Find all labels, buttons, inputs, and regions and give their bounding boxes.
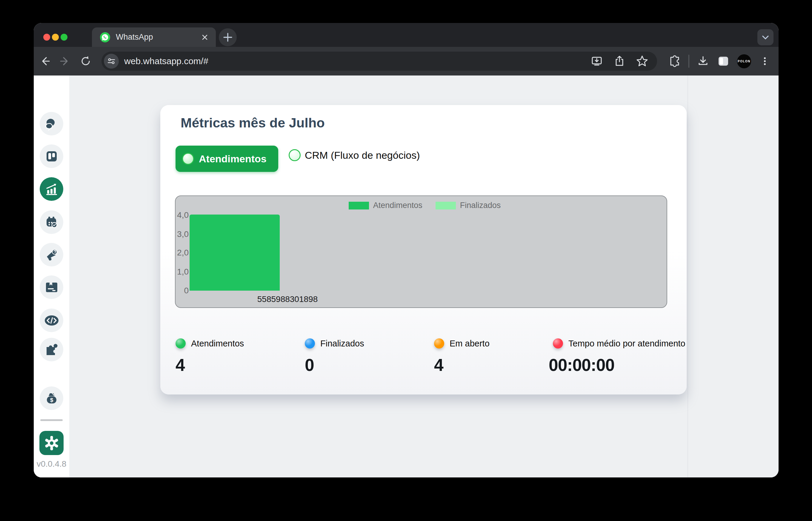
new-tab-button[interactable] <box>219 28 237 46</box>
stat-atendimentos: Atendimentos 4 <box>176 338 244 375</box>
forward-button[interactable] <box>58 54 72 68</box>
stat-value: 0 <box>305 355 364 375</box>
sidebar-item-products[interactable] <box>40 275 63 299</box>
back-button[interactable] <box>38 54 52 68</box>
package-box-icon <box>45 281 58 294</box>
code-icon <box>44 315 59 326</box>
bar-atendimentos[interactable] <box>190 214 280 291</box>
legend-label-atendimentos: Atendimentos <box>373 201 422 210</box>
stat-value: 4 <box>434 355 489 375</box>
sidebar-item-kanban[interactable] <box>40 144 63 168</box>
address-bar[interactable]: web.whatsapp.com/# <box>102 52 657 71</box>
stat-label: Atendimentos <box>191 339 244 348</box>
growth-chart-icon <box>45 182 59 196</box>
bar-chart: Atendimentos Finalizados 4,0 3,0 2,0 1,0… <box>175 196 667 308</box>
chart-legend: Atendimentos Finalizados <box>179 201 670 210</box>
install-app-icon <box>591 55 603 67</box>
extension-sidebar: $ <box>34 75 69 477</box>
stat-label: Tempo médio por atendimento <box>568 339 685 348</box>
chat-bubbles-icon <box>45 117 59 131</box>
sidebar-item-campaigns[interactable] <box>40 243 63 267</box>
atendimentos-toggle-button[interactable]: Atendimentos <box>176 145 278 172</box>
sidebar-item-contacts[interactable] <box>40 338 63 361</box>
tab-whatsapp[interactable]: WhatsApp <box>92 27 216 47</box>
zoom-window-button[interactable] <box>61 34 67 41</box>
tab-strip: WhatsApp <box>34 23 778 47</box>
puzzle-people-icon <box>45 343 59 357</box>
radio-selected-icon <box>182 153 194 165</box>
sidebar-item-settings[interactable] <box>39 431 64 455</box>
stat-dot-red <box>553 338 563 348</box>
stat-label: Finalizados <box>320 339 364 348</box>
stat-value: 4 <box>176 355 244 375</box>
stat-dot-blue <box>305 338 315 348</box>
browser-toolbar: web.whatsapp.com/# <box>34 47 778 75</box>
money-bag-icon: $ <box>45 391 59 405</box>
url-text[interactable]: web.whatsapp.com/# <box>124 56 590 66</box>
toolbar-divider <box>688 54 689 68</box>
page-content: $ <box>34 75 778 477</box>
close-tab-icon[interactable] <box>200 32 210 42</box>
stat-em-aberto: Em aberto 4 <box>434 338 489 375</box>
stat-value: 00:00:00 <box>549 355 685 375</box>
profile-avatar[interactable]: POLON <box>737 54 751 68</box>
crm-toggle-label: CRM (Fluxo de negócios) <box>305 150 420 161</box>
forward-arrow-icon <box>59 55 71 67</box>
site-settings-button[interactable] <box>104 54 119 69</box>
y-tick-4: 4,0 <box>176 211 189 219</box>
stat-dot-green <box>176 338 186 348</box>
sidebar-item-metrics[interactable] <box>40 177 63 201</box>
download-icon <box>697 55 709 67</box>
calendar-check-icon <box>45 216 59 229</box>
legend-label-finalizados: Finalizados <box>460 201 501 210</box>
sidebar-divider <box>40 419 63 421</box>
close-window-button[interactable] <box>43 34 50 41</box>
share-button[interactable] <box>613 54 626 68</box>
kanban-board-icon <box>45 150 58 163</box>
chevron-down-icon <box>761 33 770 42</box>
stat-finalizados: Finalizados 0 <box>305 338 364 375</box>
scroll-divider <box>687 75 688 477</box>
y-tick-2: 2,0 <box>176 249 189 257</box>
side-panel-icon <box>717 55 730 67</box>
stat-tempo-medio: Tempo médio por atendimento 00:00:00 <box>549 338 685 375</box>
crm-toggle-option[interactable]: CRM (Fluxo de negócios) <box>289 149 420 161</box>
legend-swatch-finalizados <box>436 202 456 209</box>
whatsapp-favicon-icon <box>100 32 110 43</box>
sidebar-item-developer[interactable] <box>40 309 63 332</box>
downloads-button[interactable] <box>697 54 709 68</box>
bookmark-star-icon <box>636 55 649 67</box>
sidebar-item-schedule[interactable] <box>40 210 63 234</box>
site-settings-icon <box>107 57 116 66</box>
browser-window: WhatsApp <box>34 23 778 477</box>
legend-entry-atendimentos: Atendimentos <box>349 201 422 210</box>
reload-button[interactable] <box>79 54 93 68</box>
extension-version: v0.0.4.8 <box>34 459 69 469</box>
install-app-button[interactable] <box>590 54 603 68</box>
extensions-button[interactable] <box>668 54 681 68</box>
y-tick-0: 0 <box>176 287 189 295</box>
sidebar-item-chats[interactable] <box>40 112 63 135</box>
legend-entry-finalizados: Finalizados <box>436 201 501 210</box>
metrics-card: Métricas mês de Julho Atendimentos CRM (… <box>160 105 687 394</box>
sidebar-item-billing[interactable]: $ <box>40 386 63 410</box>
settings-gear-icon <box>44 435 60 451</box>
bookmark-button[interactable] <box>636 54 649 68</box>
tab-search-button[interactable] <box>758 29 773 45</box>
minimize-window-button[interactable] <box>52 34 59 41</box>
browser-menu-button[interactable] <box>758 54 771 68</box>
radio-unselected-icon <box>289 149 301 161</box>
tab-title: WhatsApp <box>116 32 200 42</box>
side-panel-button[interactable] <box>717 54 730 68</box>
reload-icon <box>80 55 92 67</box>
svg-text:$: $ <box>50 397 53 403</box>
legend-swatch-atendimentos <box>349 202 369 209</box>
extensions-puzzle-icon <box>668 55 681 67</box>
back-arrow-icon <box>39 55 51 67</box>
main-area: Métricas mês de Julho Atendimentos CRM (… <box>69 75 778 477</box>
y-tick-3: 3,0 <box>176 230 189 239</box>
y-tick-1: 1,0 <box>176 268 189 276</box>
page-title: Métricas mês de Julho <box>181 115 325 131</box>
megaphone-icon <box>45 248 59 262</box>
share-icon <box>613 55 626 67</box>
